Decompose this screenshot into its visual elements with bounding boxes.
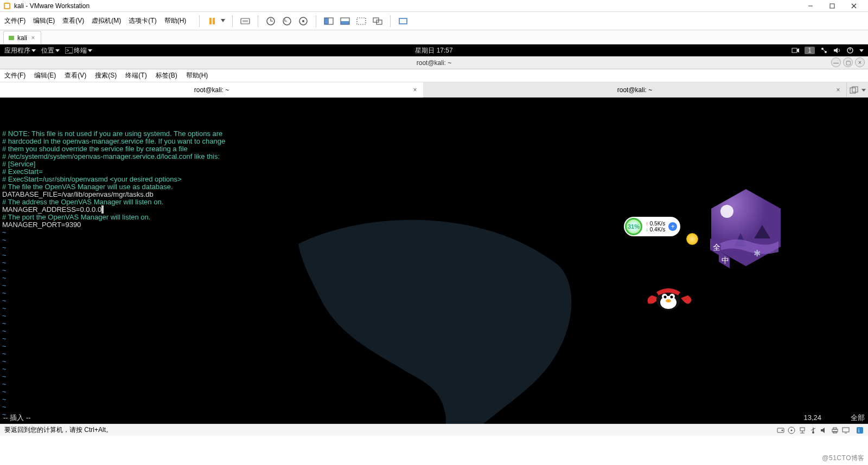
term-menu-tabs[interactable]: 标签(B) — [156, 71, 177, 80]
qq-penguin-widget[interactable] — [640, 279, 697, 314]
device-network-icon[interactable] — [799, 427, 806, 434]
svg-rect-1 — [5, 4, 9, 8]
terminal-maximize-button[interactable]: ▢ — [843, 57, 853, 67]
svg-rect-18 — [324, 18, 329, 24]
terminal-tilde-line: ~ — [2, 282, 866, 289]
menu-edit[interactable]: 编辑(E) — [33, 16, 55, 25]
send-ctrl-alt-del-icon[interactable] — [238, 14, 252, 28]
coin-widget[interactable] — [686, 233, 698, 245]
chevron-down-icon[interactable] — [861, 88, 866, 92]
terminal-line: # ExecStart=/usr/sbin/openvasmd <your de… — [2, 176, 866, 183]
svg-point-68 — [664, 296, 667, 299]
term-menu-view[interactable]: 查看(V) — [65, 71, 86, 80]
stretch-icon[interactable] — [354, 14, 368, 28]
fit-window-icon[interactable] — [338, 14, 352, 28]
vm-tab-close-icon[interactable]: × — [30, 35, 36, 41]
terminal-line: # /etc/systemd/system/openvas-manager.se… — [2, 153, 866, 160]
close-icon[interactable]: × — [411, 86, 419, 94]
terminal-menu[interactable]: >_ 终端 — [65, 46, 92, 55]
fullscreen-icon[interactable] — [396, 14, 410, 28]
new-tab-icon[interactable] — [850, 86, 858, 94]
terminal-tilde-line: ~ — [2, 274, 866, 282]
svg-rect-57 — [833, 428, 837, 429]
recorder-icon[interactable] — [792, 47, 799, 54]
term-menu-terminal[interactable]: 终端(T) — [125, 71, 146, 80]
network-monitor-widget[interactable]: 31% 0.5K/s 0.4K/s + — [624, 217, 680, 236]
terminal-line: # them you should override the service f… — [2, 145, 866, 153]
svg-point-47 — [791, 429, 793, 431]
terminal-tilde-line: ~ — [2, 373, 866, 380]
power-dropdown-icon[interactable] — [219, 14, 227, 28]
workspace-badge[interactable]: 1 — [805, 47, 815, 54]
menu-vm[interactable]: 虚拟机(M) — [92, 16, 121, 25]
menu-view[interactable]: 查看(V) — [62, 16, 84, 25]
snapshot-take-icon[interactable] — [264, 14, 278, 28]
terminal-tab-title: root@kali: ~ — [617, 86, 653, 94]
minimize-button[interactable] — [800, 0, 821, 12]
menu-file[interactable]: 文件(F) — [4, 16, 25, 25]
watermark-text: @51CTO博客 — [822, 454, 865, 463]
vm-tab-kali[interactable]: kali × — [3, 31, 41, 44]
terminal-line: # NOTE: This file is not used if you are… — [2, 130, 866, 138]
close-button[interactable] — [843, 0, 865, 12]
svg-rect-7 — [213, 18, 215, 24]
add-icon[interactable]: + — [668, 222, 677, 231]
device-usb-icon[interactable] — [809, 427, 817, 434]
svg-marker-33 — [797, 48, 799, 53]
terminal-tab-controls — [846, 82, 868, 98]
device-printer-icon[interactable] — [831, 427, 839, 434]
svg-point-73 — [720, 205, 733, 218]
device-sound-icon[interactable] — [820, 427, 828, 434]
ime-hexagon-widget[interactable]: 全 中 ✱ — [708, 187, 784, 268]
terminal-tilde-line: ~ — [2, 335, 866, 343]
places-menu[interactable]: 位置 — [41, 46, 60, 55]
menu-help[interactable]: 帮助(H) — [164, 16, 187, 25]
terminal-tilde-line: ~ — [2, 403, 866, 411]
terminal-window-title: root@kali: ~ — [417, 59, 452, 67]
terminal-close-button[interactable]: × — [855, 57, 865, 67]
close-icon[interactable]: × — [834, 86, 842, 94]
terminal-tilde-line: ~ — [2, 297, 866, 305]
volume-icon[interactable] — [833, 47, 841, 54]
message-log-icon[interactable]: i — [856, 427, 864, 434]
terminal-tilde-line: ~ — [2, 320, 866, 327]
vim-extent: 全部 — [821, 414, 865, 422]
term-menu-help[interactable]: 帮助(H) — [186, 71, 208, 80]
term-menu-file[interactable]: 文件(F) — [4, 71, 25, 80]
upload-speed: 0.5K/s — [646, 221, 665, 227]
svg-rect-20 — [341, 21, 349, 24]
terminal-tab-2[interactable]: root@kali: ~ × — [423, 82, 846, 98]
maximize-button[interactable] — [821, 0, 843, 12]
terminal-tilde-line: ~ — [2, 312, 866, 320]
terminal-tab-1[interactable]: root@kali: ~ × — [0, 82, 423, 98]
terminal-line: # ExecStart= — [2, 168, 866, 176]
menu-tabs[interactable]: 选项卡(T) — [129, 16, 156, 25]
statusbar-text: 要返回到您的计算机，请按 Ctrl+Alt。 — [4, 425, 112, 435]
unity-icon[interactable] — [371, 14, 385, 28]
apps-menu[interactable]: 应用程序 — [4, 46, 36, 55]
power-button-group[interactable] — [205, 14, 227, 28]
fit-guest-icon[interactable] — [322, 14, 336, 28]
vim-mode: -- 插入 -- — [3, 414, 756, 422]
vmware-statusbar: 要返回到您的计算机，请按 Ctrl+Alt。 i — [0, 424, 868, 436]
clock[interactable]: 星期日 17:57 — [415, 46, 452, 55]
svg-point-70 — [666, 299, 671, 302]
svg-rect-10 — [242, 20, 248, 22]
term-menu-edit[interactable]: 编辑(E) — [34, 71, 56, 80]
terminal-tilde-line: ~ — [2, 327, 866, 335]
svg-text:>_: >_ — [66, 48, 72, 53]
terminal-window-titlebar: root@kali: ~ — ▢ × — [0, 56, 868, 69]
device-cd-icon[interactable] — [788, 427, 795, 434]
svg-rect-32 — [792, 48, 797, 53]
snapshot-manager-icon[interactable] — [296, 14, 310, 28]
device-hdd-icon[interactable] — [777, 427, 784, 434]
terminal-minimize-button[interactable]: — — [831, 57, 841, 67]
svg-point-69 — [671, 296, 673, 299]
network-icon[interactable] — [820, 47, 828, 54]
term-menu-search[interactable]: 搜索(S) — [95, 71, 117, 80]
device-display-icon[interactable] — [842, 427, 850, 434]
power-icon[interactable] — [846, 47, 854, 54]
svg-text:i: i — [858, 428, 859, 434]
snapshot-revert-icon[interactable] — [280, 14, 294, 28]
pause-icon[interactable] — [205, 14, 219, 28]
